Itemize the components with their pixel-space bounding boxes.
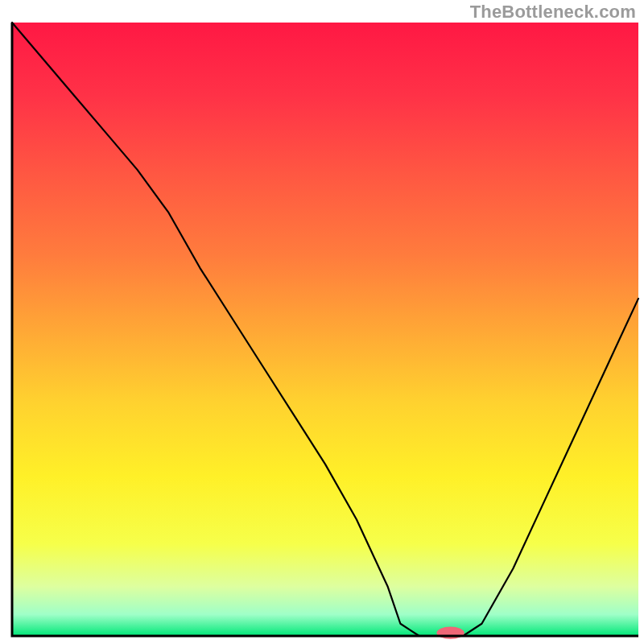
- chart-container: TheBottleneck.com: [0, 0, 644, 644]
- plot-background: [12, 23, 638, 636]
- watermark-label: TheBottleneck.com: [470, 2, 636, 23]
- bottleneck-chart: [0, 0, 644, 644]
- optimum-marker: [436, 627, 464, 639]
